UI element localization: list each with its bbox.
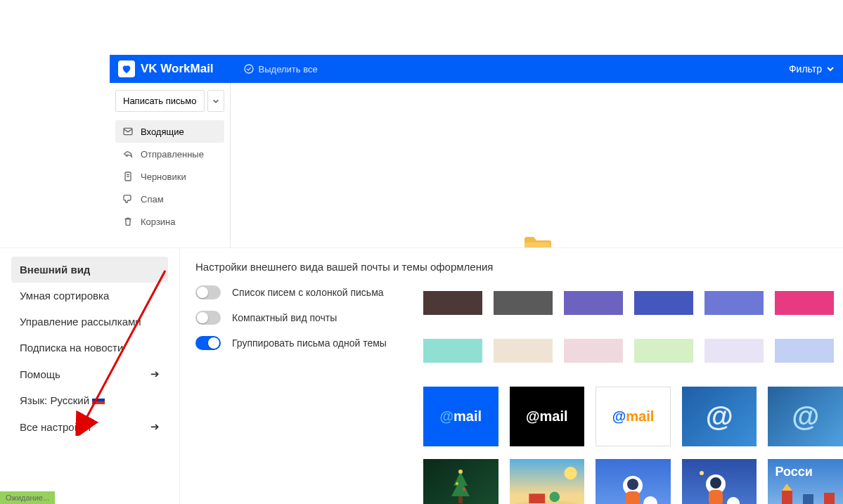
sidebar-item-newsletters[interactable]: Управление рассылками bbox=[11, 309, 168, 335]
mail-header: VK WorkMail Выделить все Фильтр bbox=[110, 55, 843, 83]
svg-rect-29 bbox=[803, 494, 813, 504]
sidebar-item-smart[interactable]: Умная сортировка bbox=[11, 283, 168, 309]
theme-tile-russia[interactable]: Росси bbox=[768, 459, 843, 504]
thumbsdown-icon bbox=[122, 193, 134, 205]
svg-rect-6 bbox=[92, 399, 105, 401]
theme-tile-xmas[interactable] bbox=[423, 459, 498, 504]
sidebar-item-lang[interactable]: Язык: Русский bbox=[11, 387, 168, 413]
theme-tile-space2[interactable] bbox=[682, 459, 757, 504]
toggle-column[interactable] bbox=[195, 285, 221, 299]
color-swatch[interactable] bbox=[423, 291, 482, 315]
flag-russia-icon bbox=[92, 394, 105, 403]
color-swatch[interactable] bbox=[704, 339, 764, 363]
sidebar-item-help[interactable]: Помощь➔ bbox=[11, 361, 168, 387]
toggle-label: Группировать письма одной темы bbox=[232, 337, 387, 349]
theme-tile-white[interactable]: @ mail bbox=[596, 387, 671, 446]
compose-dropdown-button[interactable] bbox=[207, 90, 224, 112]
color-swatch[interactable] bbox=[704, 291, 764, 315]
select-all-label: Выделить все bbox=[259, 64, 318, 75]
svg-rect-10 bbox=[458, 496, 463, 503]
svg-point-15 bbox=[510, 500, 585, 504]
color-swatch[interactable] bbox=[494, 339, 553, 363]
folder-drafts[interactable]: Черновики bbox=[115, 165, 224, 188]
check-circle-icon bbox=[243, 63, 255, 75]
svg-point-21 bbox=[643, 496, 657, 505]
sidebar-item-appearance[interactable]: Внешний вид bbox=[11, 257, 168, 283]
chevron-down-icon bbox=[826, 65, 835, 73]
svg-point-0 bbox=[245, 65, 253, 73]
svg-marker-28 bbox=[782, 484, 792, 491]
color-swatch[interactable] bbox=[494, 291, 553, 315]
svg-rect-7 bbox=[92, 401, 105, 404]
toggle-compact[interactable] bbox=[195, 311, 221, 325]
color-swatch[interactable] bbox=[775, 339, 834, 363]
color-swatch[interactable] bbox=[634, 291, 693, 315]
brand-name: VK WorkMail bbox=[141, 62, 214, 76]
svg-rect-27 bbox=[782, 491, 792, 504]
color-swatch[interactable] bbox=[634, 339, 693, 363]
sidebar-item-all[interactable]: Все настройки➔ bbox=[11, 413, 168, 440]
svg-point-20 bbox=[627, 479, 638, 490]
sidebar-item-subscribe[interactable]: Подписка на новости bbox=[11, 335, 168, 361]
folder-inbox[interactable]: Входящие bbox=[115, 120, 224, 143]
color-swatch[interactable] bbox=[423, 339, 482, 363]
svg-rect-30 bbox=[824, 493, 835, 504]
svg-rect-19 bbox=[626, 491, 640, 505]
status-bar: Ожидание... bbox=[0, 491, 55, 504]
reply-icon bbox=[122, 148, 134, 160]
theme-tile-space1[interactable] bbox=[596, 459, 671, 504]
folder-sidebar: Написать письмо ВходящиеОтправленныеЧерн… bbox=[110, 83, 231, 259]
mail-content-area bbox=[231, 83, 843, 259]
theme-tile-ice1[interactable]: @ bbox=[682, 387, 757, 446]
toggle-label: Компактный вид почты bbox=[232, 312, 337, 323]
svg-point-14 bbox=[564, 467, 577, 479]
svg-rect-23 bbox=[709, 490, 723, 505]
folder-sent[interactable]: Отправленные bbox=[115, 143, 224, 165]
svg-marker-9 bbox=[451, 479, 470, 496]
color-swatch-row bbox=[423, 339, 843, 363]
mail-app: VK WorkMail Выделить все Фильтр Написать… bbox=[110, 55, 843, 259]
filter-label: Фильтр bbox=[789, 63, 822, 75]
settings-title: Настройки внешнего вида вашей почты и те… bbox=[195, 261, 828, 273]
svg-rect-5 bbox=[92, 396, 105, 399]
color-swatch[interactable] bbox=[775, 291, 834, 315]
compose-button[interactable]: Написать письмо bbox=[115, 90, 205, 112]
svg-point-11 bbox=[456, 482, 458, 485]
theme-tile-blue[interactable]: @ mail bbox=[423, 387, 498, 446]
select-all-button[interactable]: Выделить все bbox=[243, 63, 318, 75]
svg-point-25 bbox=[727, 497, 740, 505]
logo bbox=[118, 60, 135, 77]
trash-icon bbox=[122, 216, 134, 227]
color-swatch[interactable] bbox=[564, 339, 623, 363]
folder-spam[interactable]: Спам bbox=[115, 188, 224, 210]
inbox-icon bbox=[122, 126, 134, 137]
heart-icon bbox=[121, 63, 132, 75]
mail-body: Написать письмо ВходящиеОтправленныеЧерн… bbox=[110, 83, 843, 259]
toggle-group[interactable] bbox=[195, 336, 221, 350]
arrow-right-icon: ➔ bbox=[150, 368, 160, 380]
theme-tile-row: Росси bbox=[423, 459, 843, 504]
file-icon bbox=[122, 171, 134, 182]
svg-point-24 bbox=[710, 477, 721, 489]
svg-point-13 bbox=[458, 470, 463, 474]
status-text: Ожидание... bbox=[6, 493, 49, 502]
themes-area: @ mail@ mail@ mail@@ Росси bbox=[423, 291, 843, 504]
theme-tile-ice2[interactable]: @ bbox=[768, 387, 843, 446]
svg-point-26 bbox=[700, 471, 704, 475]
theme-tile-beach[interactable] bbox=[510, 459, 585, 504]
color-swatch[interactable] bbox=[564, 291, 623, 315]
settings-sidebar: Внешний видУмная сортировкаУправление ра… bbox=[0, 248, 180, 504]
theme-tile-black[interactable]: @ mail bbox=[510, 387, 585, 446]
compose-row: Написать письмо bbox=[115, 90, 224, 112]
chevron-down-icon bbox=[212, 98, 219, 105]
svg-point-17 bbox=[549, 492, 560, 503]
svg-rect-16 bbox=[529, 493, 545, 503]
arrow-right-icon: ➔ bbox=[150, 420, 160, 433]
theme-tile-row: @ mail@ mail@ mail@@ bbox=[423, 387, 843, 446]
svg-point-12 bbox=[463, 488, 465, 491]
color-swatch-row bbox=[423, 291, 843, 315]
toggle-label: Список писем с колонкой письма bbox=[232, 287, 384, 298]
filter-dropdown[interactable]: Фильтр bbox=[789, 63, 835, 75]
folder-trash[interactable]: Корзина bbox=[115, 210, 224, 233]
